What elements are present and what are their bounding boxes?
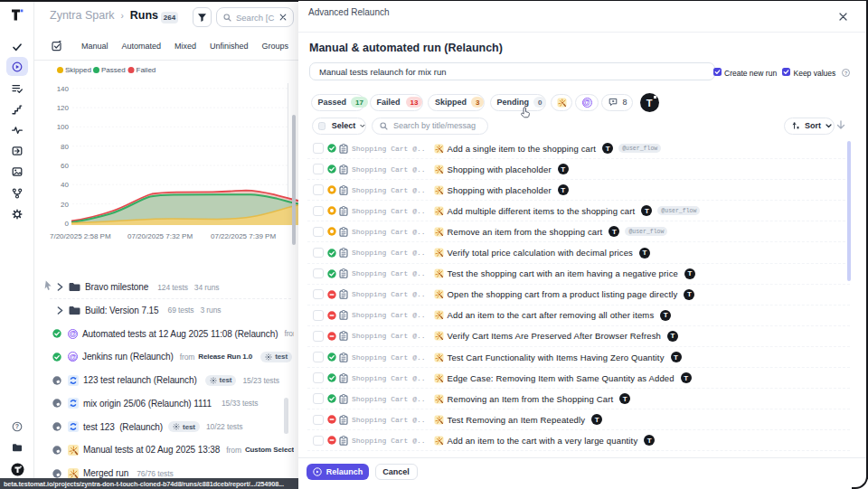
svg-text:7/20/2025 2:58 PM: 7/20/2025 2:58 PM — [50, 232, 111, 240]
svg-text:120: 120 — [57, 104, 70, 112]
svg-text:100: 100 — [57, 123, 70, 131]
svg-text:?: ? — [844, 70, 847, 75]
svg-text:140: 140 — [57, 85, 70, 93]
svg-text:0: 0 — [65, 220, 70, 228]
svg-text:07/22/2025 7:39 PM: 07/22/2025 7:39 PM — [211, 232, 276, 240]
svg-text:60: 60 — [61, 162, 69, 170]
svg-text:Failed: Failed — [137, 66, 156, 74]
svg-text:80: 80 — [61, 143, 69, 151]
svg-text:20: 20 — [61, 201, 69, 209]
svg-text:Skipped: Skipped — [65, 66, 91, 74]
svg-text:Passed: Passed — [101, 66, 126, 74]
svg-text:?: ? — [15, 423, 19, 429]
svg-text:07/20/2025 7:32 PM: 07/20/2025 7:32 PM — [127, 232, 193, 240]
svg-text:40: 40 — [61, 181, 69, 189]
